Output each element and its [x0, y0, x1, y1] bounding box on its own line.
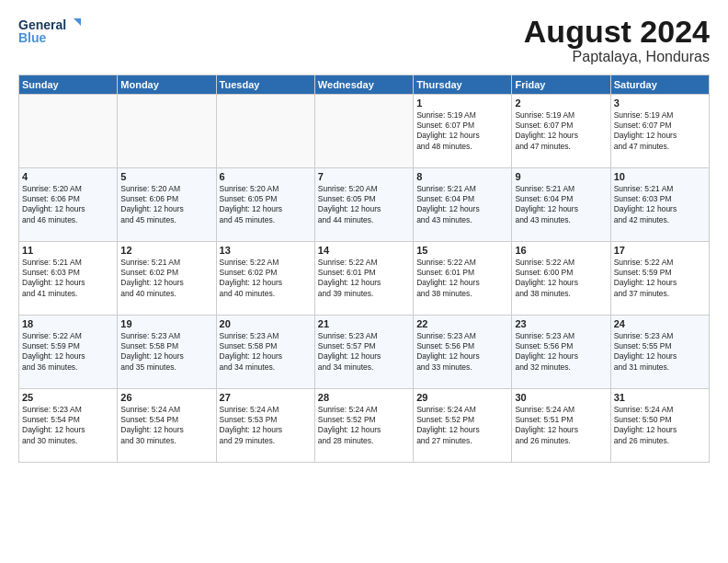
day-number: 20	[220, 318, 312, 329]
day-number: 3	[614, 98, 706, 109]
table-row: 3Sunrise: 5:19 AM Sunset: 6:07 PM Daylig…	[610, 95, 709, 168]
cell-daylight-text: Sunrise: 5:23 AM Sunset: 5:55 PM Dayligh…	[614, 331, 706, 372]
table-row: 2Sunrise: 5:19 AM Sunset: 6:07 PM Daylig…	[512, 95, 610, 168]
cell-daylight-text: Sunrise: 5:20 AM Sunset: 6:05 PM Dayligh…	[220, 184, 312, 224]
cell-daylight-text: Sunrise: 5:23 AM Sunset: 5:56 PM Dayligh…	[416, 331, 508, 372]
day-number: 6	[220, 171, 312, 182]
week-row-2: 11Sunrise: 5:21 AM Sunset: 6:03 PM Dayli…	[19, 242, 710, 316]
day-number: 24	[614, 318, 706, 329]
day-number: 14	[318, 245, 410, 256]
cell-daylight-text: Sunrise: 5:19 AM Sunset: 6:07 PM Dayligh…	[515, 110, 607, 151]
table-row: 24Sunrise: 5:23 AM Sunset: 5:55 PM Dayli…	[610, 316, 709, 389]
cell-daylight-text: Sunrise: 5:21 AM Sunset: 6:04 PM Dayligh…	[416, 184, 508, 224]
table-row: 13Sunrise: 5:22 AM Sunset: 6:02 PM Dayli…	[216, 242, 314, 316]
cell-daylight-text: Sunrise: 5:22 AM Sunset: 6:00 PM Dayligh…	[515, 258, 607, 298]
cell-daylight-text: Sunrise: 5:24 AM Sunset: 5:52 PM Dayligh…	[318, 405, 410, 445]
calendar: Sunday Monday Tuesday Wednesday Thursday…	[18, 75, 710, 463]
cell-daylight-text: Sunrise: 5:23 AM Sunset: 5:54 PM Dayligh…	[22, 405, 114, 445]
day-number: 8	[416, 171, 508, 182]
table-row	[118, 95, 216, 168]
svg-marker-2	[74, 18, 81, 26]
header-sunday: Sunday	[19, 75, 118, 95]
table-row: 25Sunrise: 5:23 AM Sunset: 5:54 PM Dayli…	[19, 389, 118, 463]
day-number: 26	[120, 392, 212, 403]
day-number: 29	[416, 392, 508, 403]
cell-daylight-text: Sunrise: 5:24 AM Sunset: 5:52 PM Dayligh…	[416, 405, 508, 445]
day-number: 17	[614, 245, 706, 256]
cell-daylight-text: Sunrise: 5:19 AM Sunset: 6:07 PM Dayligh…	[416, 110, 508, 151]
week-row-3: 18Sunrise: 5:22 AM Sunset: 5:59 PM Dayli…	[19, 316, 710, 389]
table-row: 31Sunrise: 5:24 AM Sunset: 5:50 PM Dayli…	[610, 389, 709, 463]
table-row: 29Sunrise: 5:24 AM Sunset: 5:52 PM Dayli…	[414, 389, 512, 463]
cell-daylight-text: Sunrise: 5:23 AM Sunset: 5:58 PM Dayligh…	[120, 331, 212, 372]
day-number: 22	[416, 318, 508, 329]
header-saturday: Saturday	[610, 75, 709, 95]
cell-daylight-text: Sunrise: 5:20 AM Sunset: 6:06 PM Dayligh…	[22, 184, 114, 224]
week-row-4: 25Sunrise: 5:23 AM Sunset: 5:54 PM Dayli…	[19, 389, 710, 463]
cell-daylight-text: Sunrise: 5:21 AM Sunset: 6:03 PM Dayligh…	[22, 258, 114, 298]
cell-daylight-text: Sunrise: 5:22 AM Sunset: 5:59 PM Dayligh…	[22, 331, 114, 372]
day-number: 19	[120, 318, 212, 329]
table-row: 30Sunrise: 5:24 AM Sunset: 5:51 PM Dayli…	[512, 389, 610, 463]
day-number: 30	[515, 392, 607, 403]
table-row: 27Sunrise: 5:24 AM Sunset: 5:53 PM Dayli…	[216, 389, 314, 463]
day-number: 15	[416, 245, 508, 256]
table-row: 21Sunrise: 5:23 AM Sunset: 5:57 PM Dayli…	[314, 316, 413, 389]
cell-daylight-text: Sunrise: 5:24 AM Sunset: 5:51 PM Dayligh…	[515, 405, 607, 445]
day-number: 25	[22, 392, 114, 403]
table-row: 20Sunrise: 5:23 AM Sunset: 5:58 PM Dayli…	[216, 316, 314, 389]
day-number: 11	[22, 245, 114, 256]
day-number: 28	[318, 392, 410, 403]
week-row-1: 4Sunrise: 5:20 AM Sunset: 6:06 PM Daylig…	[19, 168, 710, 242]
day-number: 5	[120, 171, 212, 182]
day-number: 16	[515, 245, 607, 256]
table-row: 4Sunrise: 5:20 AM Sunset: 6:06 PM Daylig…	[19, 168, 118, 242]
cell-daylight-text: Sunrise: 5:19 AM Sunset: 6:07 PM Dayligh…	[614, 110, 706, 151]
table-row	[19, 95, 118, 168]
table-row: 11Sunrise: 5:21 AM Sunset: 6:03 PM Dayli…	[19, 242, 118, 316]
day-number: 23	[515, 318, 607, 329]
header-friday: Friday	[512, 75, 610, 95]
calendar-header-row: Sunday Monday Tuesday Wednesday Thursday…	[19, 75, 710, 95]
day-number: 12	[120, 245, 212, 256]
cell-daylight-text: Sunrise: 5:24 AM Sunset: 5:54 PM Dayligh…	[120, 405, 212, 445]
cell-daylight-text: Sunrise: 5:22 AM Sunset: 6:01 PM Dayligh…	[416, 258, 508, 298]
day-number: 21	[318, 318, 410, 329]
table-row: 12Sunrise: 5:21 AM Sunset: 6:02 PM Dayli…	[118, 242, 216, 316]
table-row: 5Sunrise: 5:20 AM Sunset: 6:06 PM Daylig…	[118, 168, 216, 242]
cell-daylight-text: Sunrise: 5:24 AM Sunset: 5:50 PM Dayligh…	[614, 405, 706, 445]
day-number: 4	[22, 171, 114, 182]
header-tuesday: Tuesday	[216, 75, 314, 95]
day-number: 31	[614, 392, 706, 403]
header-monday: Monday	[118, 75, 216, 95]
day-number: 13	[220, 245, 312, 256]
cell-daylight-text: Sunrise: 5:21 AM Sunset: 6:04 PM Dayligh…	[515, 184, 607, 224]
day-number: 18	[22, 318, 114, 329]
logo-svg: General Blue	[18, 15, 83, 48]
table-row: 28Sunrise: 5:24 AM Sunset: 5:52 PM Dayli…	[314, 389, 413, 463]
day-number: 9	[515, 171, 607, 182]
day-number: 2	[515, 98, 607, 109]
cell-daylight-text: Sunrise: 5:23 AM Sunset: 5:58 PM Dayligh…	[220, 331, 312, 372]
table-row: 15Sunrise: 5:22 AM Sunset: 6:01 PM Dayli…	[414, 242, 512, 316]
table-row: 9Sunrise: 5:21 AM Sunset: 6:04 PM Daylig…	[512, 168, 610, 242]
table-row: 10Sunrise: 5:21 AM Sunset: 6:03 PM Dayli…	[610, 168, 709, 242]
cell-daylight-text: Sunrise: 5:22 AM Sunset: 6:01 PM Dayligh…	[318, 258, 410, 298]
week-row-0: 1Sunrise: 5:19 AM Sunset: 6:07 PM Daylig…	[19, 95, 710, 168]
table-row: 17Sunrise: 5:22 AM Sunset: 5:59 PM Dayli…	[610, 242, 709, 316]
table-row: 7Sunrise: 5:20 AM Sunset: 6:05 PM Daylig…	[314, 168, 413, 242]
table-row: 16Sunrise: 5:22 AM Sunset: 6:00 PM Dayli…	[512, 242, 610, 316]
cell-daylight-text: Sunrise: 5:20 AM Sunset: 6:06 PM Dayligh…	[120, 184, 212, 224]
day-number: 1	[416, 98, 508, 109]
day-number: 10	[614, 171, 706, 182]
table-row: 26Sunrise: 5:24 AM Sunset: 5:54 PM Dayli…	[118, 389, 216, 463]
location: Paptalaya, Honduras	[524, 49, 710, 65]
cell-daylight-text: Sunrise: 5:22 AM Sunset: 6:02 PM Dayligh…	[220, 258, 312, 298]
table-row: 6Sunrise: 5:20 AM Sunset: 6:05 PM Daylig…	[216, 168, 314, 242]
cell-daylight-text: Sunrise: 5:20 AM Sunset: 6:05 PM Dayligh…	[318, 184, 410, 224]
month-title: August 2024	[524, 15, 710, 49]
cell-daylight-text: Sunrise: 5:23 AM Sunset: 5:57 PM Dayligh…	[318, 331, 410, 372]
table-row: 18Sunrise: 5:22 AM Sunset: 5:59 PM Dayli…	[19, 316, 118, 389]
header-thursday: Thursday	[414, 75, 512, 95]
svg-text:Blue: Blue	[18, 30, 47, 45]
